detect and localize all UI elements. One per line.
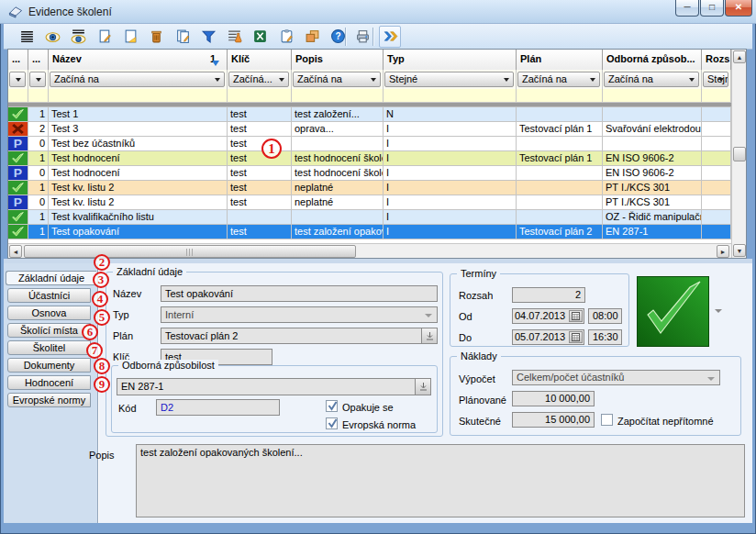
odborna-drop-button[interactable] [415,379,430,395]
scroll-up-button[interactable]: ▲ [733,50,746,63]
copy-button[interactable] [301,26,323,48]
column-header-1[interactable]: ... [28,50,49,70]
cell-typ: I [384,122,517,137]
scroll-right-button[interactable]: ► [717,245,729,258]
column-header-8[interactable]: Rozs [702,50,731,70]
search-cell-5[interactable] [384,89,517,103]
search-cell-2[interactable] [49,89,228,103]
filter-combo-0[interactable] [9,72,26,87]
filter-combo-2[interactable]: Začíná na [50,72,225,87]
scroll-down-button[interactable]: ▼ [733,244,746,257]
od-date-field[interactable]: 04.07.2013 [512,308,584,324]
maximize-button[interactable]: □ [700,0,724,17]
popis-textarea[interactable]: test založení opakovaných školení... [136,444,745,517]
skutecne-field[interactable]: 15 000,00 [512,412,595,428]
plan-drop-button[interactable] [421,328,437,343]
grid-row-9[interactable]: 1Test opakovánítesttest založení opakovI… [8,225,731,239]
view-columns-button[interactable] [67,26,89,48]
analyze-button[interactable] [223,26,245,48]
grid-row-7[interactable]: P0Test kv. listu 2testneplatnéIPT I./KCS… [8,195,731,210]
scroll-left-button[interactable]: ◄ [9,245,22,258]
view-columns-icon [71,28,86,46]
vscroll-thumb[interactable] [733,147,746,161]
do-time-field[interactable]: 16:30 [588,329,622,345]
filter-combo-7[interactable]: Začíná na [604,72,699,87]
kod-field[interactable]: D2 [156,399,280,416]
grid-row-1[interactable]: 1Test 1testtest založení...N [8,107,731,122]
rozsah-field[interactable]: 2 [512,287,585,303]
more-button[interactable] [379,26,401,48]
new-record-button[interactable] [94,26,116,48]
tab-z-kladn-daje[interactable]: Základní údaje [6,271,96,285]
opakuje-checkbox[interactable] [326,400,338,412]
grid-row-6[interactable]: 1Test kv. listu 2testneplatnéIPT I./KCS … [8,181,731,195]
vertical-scrollbar[interactable]: ▲ ▼ [731,50,746,258]
chevron-down-icon [590,78,595,82]
edit-form-button[interactable] [275,26,297,48]
column-header-4[interactable]: Popis [292,50,384,70]
search-cell-1[interactable] [28,89,49,103]
tab-osnova[interactable]: Osnova [7,306,91,320]
edit-record-button[interactable] [119,26,141,48]
minimize-button[interactable]: ─ [675,0,699,17]
nazev-field[interactable]: Test opakování [161,285,438,302]
tab--astn-ci[interactable]: Účastníci [7,288,91,303]
filter-combo-4[interactable]: Začíná na [293,72,381,87]
cell-odborna: EN 287-1 [603,225,702,239]
column-header-5[interactable]: Typ [384,50,517,70]
hscroll-thumb[interactable] [24,245,356,258]
excel-export-button[interactable] [249,26,271,48]
close-button[interactable]: ✕ [725,0,752,17]
search-cell-4[interactable] [292,89,384,103]
filter-combo-3[interactable]: Začíná... [228,72,289,87]
od-time-field[interactable]: 08:00 [588,308,622,324]
filter-combo-5[interactable]: Stejné [384,72,514,87]
filter-combo-8[interactable]: Stejn [703,72,728,87]
plan-combo[interactable]: Testovací plán 2 [161,328,438,344]
grid-row-4[interactable]: 1Test hodnocenítesttest hodnocení školeI… [8,151,731,166]
do-date-field[interactable]: 05.07.2013 [512,329,584,345]
column-header-6[interactable]: Plán [517,50,603,70]
od-calendar-button[interactable] [569,310,583,322]
status-drop-arrow[interactable] [715,309,722,313]
view-button[interactable] [41,26,63,48]
zapocitat-checkbox[interactable] [601,414,613,426]
delete-record-button[interactable] [145,26,167,48]
filter-combo-1[interactable] [29,72,46,87]
tab--kolitel[interactable]: Školitel [7,340,91,355]
cell-klic: test [228,107,292,122]
status-image[interactable] [637,276,709,347]
copy-record-button[interactable] [172,26,194,48]
column-header-2[interactable]: Název1 [49,50,228,70]
opakuje-label: Opakuje se [342,400,394,415]
vypocet-dropdown[interactable]: Celkem/počet účastníků [512,370,720,385]
tab-hodnocen-[interactable]: Hodnocení [7,375,91,390]
search-cell-6[interactable] [517,89,603,103]
search-cell-3[interactable] [228,89,292,103]
column-header-3[interactable]: Klíč [228,50,292,70]
planovane-field[interactable]: 10 000,00 [512,391,595,406]
odborna-combo[interactable]: EN 287-1 [117,378,431,395]
do-calendar-button[interactable] [569,331,583,343]
tab--kol-c-m-sta[interactable]: Školící místa [7,323,91,338]
tab-dokumenty[interactable]: Dokumenty [7,358,91,373]
horizontal-scrollbar[interactable]: ◄ ► [8,243,731,258]
filter-button[interactable] [197,26,219,48]
column-header-7[interactable]: Odborná způsob... [603,50,702,70]
grid-row-3[interactable]: P0Test bez účastníkůtestI [8,137,731,151]
tab-evropsk-normy[interactable]: Evropské normy [7,393,91,407]
typ-dropdown[interactable]: Interní [161,306,438,323]
column-header-0[interactable]: ... [8,50,28,70]
grid-row-5[interactable]: P0Test hodnocenítesttest hodnocení škole… [8,166,731,181]
grid-row-2[interactable]: 2Test 3testoprava...ITestovací plán 1Sva… [8,122,731,137]
filter-combo-6[interactable]: Začíná na [517,72,600,87]
rows-button[interactable] [16,26,38,48]
print-button[interactable] [351,26,373,48]
cell-typ: N [384,107,517,122]
search-cell-8[interactable] [702,89,731,103]
search-cell-7[interactable] [603,89,702,103]
search-cell-0[interactable] [8,89,28,103]
cell-status: P [8,195,28,210]
grid-row-8[interactable]: 1Test kvalifikačního listuIOZ - Řidič ma… [8,210,731,225]
evropska-checkbox[interactable] [326,417,338,429]
